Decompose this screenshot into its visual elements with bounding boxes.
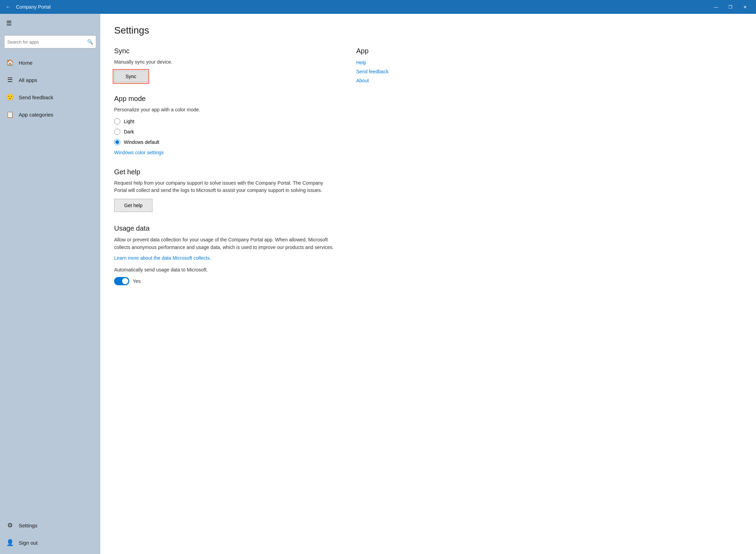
feedback-icon: 🙂	[6, 93, 14, 101]
sidebar-item-app-categories[interactable]: 📋 App categories	[0, 106, 100, 123]
app-mode-title: App mode	[114, 95, 335, 103]
app-title: Company Portal	[16, 4, 706, 10]
sidebar-item-all-apps[interactable]: ☰ All apps	[0, 71, 100, 89]
sidebar-item-settings-label: Settings	[19, 523, 37, 528]
sidebar-item-home-label: Home	[19, 60, 33, 66]
about-link[interactable]: About	[356, 78, 432, 83]
usage-data-title: Usage data	[114, 224, 335, 232]
content-layout: Sync Manually sync your device. Sync App…	[114, 47, 742, 298]
usage-data-toggle[interactable]	[114, 277, 129, 285]
help-link[interactable]: Help	[356, 60, 432, 65]
user-icon: 👤	[6, 539, 14, 546]
back-button[interactable]: ←	[4, 2, 12, 11]
sidebar-item-home[interactable]: 🏠 Home	[0, 54, 100, 71]
home-icon: 🏠	[6, 59, 14, 66]
get-help-button[interactable]: Get help	[114, 199, 153, 212]
sidebar-bottom: ⚙ Settings 👤 Sign out	[0, 517, 100, 554]
list-icon: ☰	[6, 76, 14, 84]
page-title: Settings	[114, 25, 742, 36]
usage-data-toggle-row: Yes	[114, 277, 335, 285]
auto-send-label: Automatically send usage data to Microso…	[114, 266, 335, 274]
learn-more-link[interactable]: Learn more about the data Microsoft coll…	[114, 255, 211, 261]
radio-option-light[interactable]: Light	[114, 118, 335, 124]
windows-color-settings-link[interactable]: Windows color settings	[114, 150, 164, 155]
search-icon: 🔍	[87, 39, 93, 45]
hamburger-button[interactable]: ☰	[0, 14, 100, 33]
app-section-title: App	[356, 47, 432, 55]
usage-data-toggle-label: Yes	[133, 278, 141, 284]
sync-button[interactable]: Sync	[114, 71, 148, 82]
radio-windows-default-label: Windows default	[124, 139, 159, 145]
sync-section: Sync Manually sync your device. Sync	[114, 47, 335, 82]
usage-data-section: Usage data Allow or prevent data collect…	[114, 224, 335, 285]
usage-data-description: Allow or prevent data collection for you…	[114, 236, 335, 251]
side-column: App Help Send feedback About	[356, 47, 432, 298]
sidebar-item-sign-out-label: Sign out	[19, 540, 38, 546]
main-content: Settings Sync Manually sync your device.…	[100, 14, 756, 554]
app-mode-section: App mode Personalize your app with a col…	[114, 95, 335, 156]
color-mode-radio-group: Light Dark Windows default	[114, 118, 335, 145]
main-column: Sync Manually sync your device. Sync App…	[114, 47, 335, 298]
get-help-title: Get help	[114, 168, 335, 176]
sidebar-item-all-apps-label: All apps	[19, 77, 37, 83]
sidebar: ☰ 🔍 🏠 Home ☰ All apps 🙂 Send feedback 📋 …	[0, 14, 100, 554]
sidebar-item-sign-out[interactable]: 👤 Sign out	[0, 534, 100, 551]
sidebar-item-settings[interactable]: ⚙ Settings	[0, 517, 100, 534]
nav-items: 🏠 Home ☰ All apps 🙂 Send feedback 📋 App …	[0, 54, 100, 517]
minimize-button[interactable]: —	[709, 0, 723, 14]
sidebar-item-app-categories-label: App categories	[19, 112, 53, 118]
window-controls: — ❐ ✕	[709, 0, 752, 14]
radio-dark-label: Dark	[124, 129, 134, 135]
title-bar: ← Company Portal — ❐ ✕	[0, 0, 756, 14]
radio-light[interactable]	[114, 118, 120, 124]
categories-icon: 📋	[6, 111, 14, 118]
search-input[interactable]	[7, 39, 87, 45]
sidebar-item-send-feedback-label: Send feedback	[19, 94, 53, 100]
close-button[interactable]: ✕	[738, 0, 752, 14]
sync-title: Sync	[114, 47, 335, 55]
radio-windows-default[interactable]	[114, 139, 120, 145]
send-feedback-link[interactable]: Send feedback	[356, 69, 432, 74]
get-help-description: Request help from your company support t…	[114, 179, 335, 194]
settings-icon: ⚙	[6, 521, 14, 529]
sidebar-item-send-feedback[interactable]: 🙂 Send feedback	[0, 89, 100, 106]
app-mode-description: Personalize your app with a color mode.	[114, 106, 335, 113]
search-box: 🔍	[4, 35, 96, 48]
radio-light-label: Light	[124, 119, 134, 124]
sync-description: Manually sync your device.	[114, 58, 335, 66]
app-container: ☰ 🔍 🏠 Home ☰ All apps 🙂 Send feedback 📋 …	[0, 14, 756, 554]
radio-option-windows-default[interactable]: Windows default	[114, 139, 335, 145]
maximize-button[interactable]: ❐	[723, 0, 737, 14]
radio-dark[interactable]	[114, 129, 120, 135]
radio-option-dark[interactable]: Dark	[114, 129, 335, 135]
get-help-section: Get help Request help from your company …	[114, 168, 335, 212]
